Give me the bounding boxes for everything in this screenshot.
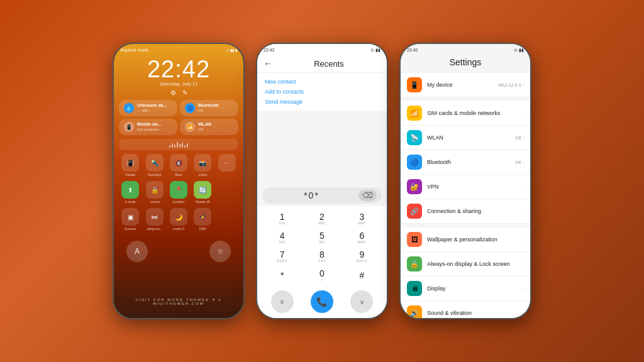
quick-panel: 💧 Unknown da... --- MB↓ 🔵 Bluetooth Off … <box>119 100 238 135</box>
bottom-nav: A ☆ <box>114 237 243 266</box>
my-device-icon: 📱 <box>407 77 422 92</box>
add-to-contacts-link[interactable]: Add to contacts <box>265 87 379 97</box>
dialer-input-text: *0* <box>267 190 356 200</box>
dial-star[interactable]: * <box>269 266 296 284</box>
dial-2[interactable]: 2 ABC <box>308 210 336 228</box>
edit-icon[interactable]: ✎ <box>182 89 187 96</box>
dial-9[interactable]: 9 WXYZ <box>348 248 375 265</box>
quick-tile-wlan[interactable]: 📶 WLAN Off • <box>180 119 238 135</box>
dialpad: 1 GHI 2 ABC 3 DEF 4 GHI <box>257 206 387 288</box>
back-button[interactable]: ← <box>264 58 272 69</box>
data-icon: 💧 <box>124 103 134 113</box>
bluetooth-label: Bluetooth <box>427 159 510 165</box>
dialer-input[interactable]: *0* ⌫ <box>262 187 382 204</box>
settings-title: Settings <box>401 55 530 72</box>
shortcut-rotate[interactable]: 🔄 Rotate off <box>191 181 214 204</box>
shortcut-mode[interactable]: 🌙 mode D <box>167 208 190 231</box>
aod-label: Always-on display & Lock screen <box>427 261 517 267</box>
quick-tile-bluetooth[interactable]: 🔵 Bluetooth Off • <box>180 100 238 116</box>
home-button[interactable]: A <box>126 241 148 262</box>
settings-aod[interactable]: 🔒 Always-on display & Lock screen › <box>401 252 530 277</box>
dialpad-row-2: 4 GHI 5 JKL 6 MNO <box>262 229 382 246</box>
quick-tile-data[interactable]: 💧 Unknown da... --- MB↓ <box>119 100 177 116</box>
settings-wlan[interactable]: 📡 WLAN Off › <box>401 126 530 150</box>
vpn-label: VPN <box>427 184 517 190</box>
clock-icons-row: ⚙ ✎ <box>114 89 243 96</box>
phone3-time: 22:42 <box>407 48 418 53</box>
settings-vpn[interactable]: 🔐 VPN › <box>401 175 530 199</box>
vpn-icon: 🔐 <box>407 179 422 194</box>
settings-connection[interactable]: 🔗 Connection & sharing › <box>401 199 530 224</box>
dial-6[interactable]: 6 MNO <box>348 229 375 246</box>
chevron-right-icon: › <box>522 209 524 214</box>
chevron-right-icon: › <box>522 286 524 292</box>
chevron-right-icon: › <box>522 160 524 165</box>
phone-3-frame: 22:42 ⊙ ▮▮ Settings 📱 My device MIUI 12.… <box>399 43 531 319</box>
call-button[interactable]: 📞 <box>311 290 333 313</box>
dial-0[interactable]: 0 + <box>308 266 336 284</box>
reading-icon: bd <box>146 208 164 226</box>
backspace-button[interactable]: ⌫ <box>358 190 377 201</box>
phone-1-frame: Airplane mode ⊙ ▮▮ ▮ 22:42 Saturday, Jul… <box>113 43 245 319</box>
star-icon: ☆ <box>217 247 224 256</box>
settings-sim[interactable]: 📶 SIM cards & mobile networks › <box>401 101 530 126</box>
clock-date: Saturday, July 17 <box>114 81 243 87</box>
equalizer <box>169 141 188 148</box>
clock-time: 22:42 <box>114 57 243 81</box>
dialpad-extra-left[interactable]: ≡ <box>271 290 294 313</box>
dial-3[interactable]: 3 DEF <box>348 210 375 228</box>
send-message-link[interactable]: Send message <box>265 97 379 107</box>
mode-icon: 🌙 <box>170 208 187 226</box>
settings-icon[interactable]: ⚙ <box>170 89 176 96</box>
sound-icon: 🔊 <box>407 305 422 318</box>
quick-tile-mobile[interactable]: 📱 Mobile da... Not available <box>119 119 177 135</box>
phone3-status: 22:42 ⊙ ▮▮ <box>401 44 530 55</box>
screen-icon: 🔒 <box>146 181 164 199</box>
chevron-right-icon: › <box>522 111 524 116</box>
status-icons: ⊙ ▮▮ ▮ <box>226 48 237 52</box>
chevron-down-icon: ∨ <box>360 299 364 305</box>
shortcut-mute[interactable]: 🔇 Mute <box>167 154 190 177</box>
shortcut-emode[interactable]: ⬆ e mode <box>119 181 142 204</box>
actions-row1: ⬆ e mode 🔒 : screen 📍 Location 🔄 Rotate … <box>119 181 238 204</box>
sound-label: Sound & vibration <box>427 310 517 316</box>
rotate-icon: 🔄 <box>194 181 211 199</box>
dial-5[interactable]: 5 JKL <box>308 229 336 246</box>
settings-my-device[interactable]: 📱 My device MIUI 12.5.4 › <box>401 72 530 97</box>
phone2-status: 22:42 ⊙ ▮▮ <box>257 44 387 55</box>
dial-hash[interactable]: # <box>348 266 375 284</box>
dial-7[interactable]: 7 PQRS <box>269 248 296 265</box>
shortcut-screen[interactable]: 🔒 : screen <box>143 181 165 204</box>
bluetooth-settings-icon: 🔵 <box>407 155 422 170</box>
shortcut-dnd[interactable]: 🔕 DND <box>191 208 214 231</box>
settings-list: 📱 My device MIUI 12.5.4 › 📶 SIM cards & … <box>401 72 530 318</box>
dial-4[interactable]: 4 GHI <box>269 229 296 246</box>
phone1-status-bar: Airplane mode ⊙ ▮▮ ▮ <box>114 44 243 53</box>
shortcut-flashlight[interactable]: 🔦 Flashlight <box>143 154 165 177</box>
location-icon: 📍 <box>170 181 187 199</box>
shortcut-vibrate[interactable]: 📳 Vibrate <box>119 154 142 177</box>
dialpad-extra-right[interactable]: ∨ <box>350 290 373 313</box>
dial-8[interactable]: 8 TUV <box>308 248 336 265</box>
settings-bluetooth[interactable]: 🔵 Bluetooth Off › <box>401 150 530 175</box>
settings-sound[interactable]: 🔊 Sound & vibration › <box>401 301 530 318</box>
new-contact-link[interactable]: New contact <box>265 77 379 87</box>
shortcut-reading[interactable]: bd ading mo... <box>143 208 165 231</box>
phone-1-screen: Airplane mode ⊙ ▮▮ ▮ 22:42 Saturday, Jul… <box>114 44 243 318</box>
bluetooth-status: Off <box>515 160 521 165</box>
dial-1[interactable]: 1 GHI <box>269 210 296 228</box>
shortcuts-row1: 📳 Vibrate 🔦 Flashlight 🔇 Mute 📸 rnshot ⋯ <box>119 154 238 177</box>
shortcut-scanner[interactable]: ▣ Scanner <box>119 208 142 231</box>
more-icon: ⋯ <box>218 154 236 172</box>
shortcut-screenshot[interactable]: 📸 rnshot <box>191 154 214 177</box>
bluetooth-icon: 🔵 <box>185 103 195 113</box>
shortcut-location[interactable]: 📍 Location <box>167 181 190 204</box>
display-icon: 🖥 <box>407 281 422 296</box>
settings-display[interactable]: 🖥 Display › <box>401 277 530 301</box>
phone2-time: 22:42 <box>264 48 275 53</box>
dialpad-bottom: ≡ 📞 ∨ <box>257 288 387 318</box>
dialpad-row-4: * 0 + # <box>262 266 382 284</box>
shortcut-more[interactable]: ⋯ <box>216 154 238 177</box>
star-button[interactable]: ☆ <box>209 241 231 262</box>
settings-wallpaper[interactable]: 🖼 Wallpaper & personalization › <box>401 228 530 252</box>
